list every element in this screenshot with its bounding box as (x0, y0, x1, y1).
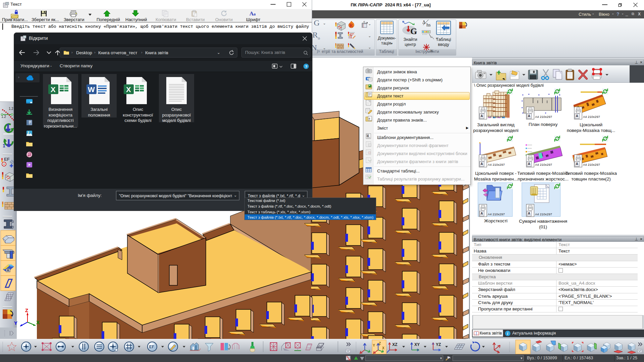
svg-text:Y: Y (373, 344, 375, 347)
svg-text:1.2: 1.2 (9, 107, 13, 111)
svg-text:A: A (367, 135, 369, 137)
svg-text:Δ: Δ (422, 20, 425, 25)
svg-text:A4 210x297: A4 210x297 (488, 115, 505, 119)
svg-text:A4 210x297: A4 210x297 (535, 212, 552, 216)
svg-text:EF: EF (4, 157, 10, 162)
svg-text:XZ: XZ (392, 342, 397, 347)
svg-text:⌄: ⌄ (368, 34, 371, 38)
svg-text:№: № (348, 358, 351, 361)
svg-text:⌄: ⌄ (368, 45, 371, 49)
svg-text:σ: σ (363, 20, 365, 23)
svg-text:A4 210x297: A4 210x297 (535, 163, 552, 166)
svg-text:tc: tc (430, 48, 433, 53)
svg-text:A4 210x297: A4 210x297 (583, 115, 600, 119)
svg-text:EF: EF (149, 345, 154, 349)
svg-text:A4 210x297: A4 210x297 (535, 115, 552, 119)
svg-text:±: ± (368, 117, 370, 121)
svg-text:R: R (349, 23, 353, 28)
svg-text:A4 210x297: A4 210x297 (583, 163, 600, 166)
svg-text:⌄: ⌄ (368, 22, 371, 26)
svg-text:X: X (382, 346, 385, 350)
svg-text:?: ? (305, 65, 307, 69)
svg-text:A4 210x297: A4 210x297 (488, 163, 505, 166)
svg-text:hs: hs (426, 22, 430, 27)
svg-text:a: a (253, 11, 256, 16)
svg-text:Z: Z (379, 342, 381, 345)
svg-text:XY: XY (414, 342, 420, 347)
svg-text:1: 1 (3, 143, 5, 148)
svg-text:YZ: YZ (436, 342, 441, 347)
svg-text:G: G (410, 26, 417, 36)
svg-text:A4 210x297: A4 210x297 (488, 212, 505, 216)
